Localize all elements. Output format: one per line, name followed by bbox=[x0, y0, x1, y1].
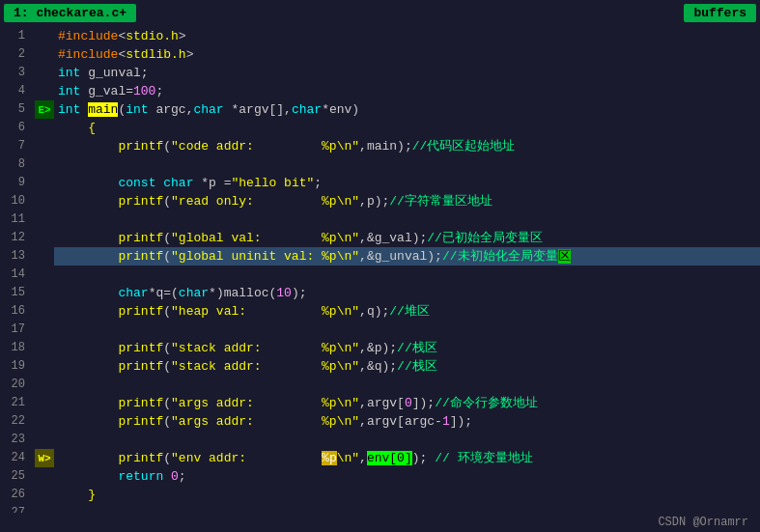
line-numbers: 1 2 3 4 5 6 7 8 9 10 11 12 13 14 15 16 1… bbox=[0, 25, 35, 513]
code-line-19: printf("stack addr: %p\n",&q);//栈区 bbox=[54, 357, 760, 376]
code-line-10: printf("read only: %p\n",p);//字符常量区地址 bbox=[54, 192, 760, 210]
code-line-26: } bbox=[54, 486, 760, 504]
code-line-9: const char *p ="hello bit"; bbox=[54, 174, 760, 192]
code-line-5: int main(int argc,char *argv[],char*env) bbox=[54, 100, 760, 119]
line-num-4: 4 bbox=[0, 82, 29, 100]
gutter-26 bbox=[35, 486, 54, 504]
editor-container: 1: checkarea.c+ buffers 1 2 3 4 5 6 7 8 … bbox=[0, 0, 760, 532]
line-num-6: 6 bbox=[0, 119, 29, 137]
gutter-17 bbox=[35, 321, 54, 339]
gutter-4 bbox=[35, 82, 54, 100]
code-line-18: printf("stack addr: %p\n",&p);//栈区 bbox=[54, 339, 760, 357]
gutter-16 bbox=[35, 302, 54, 321]
code-line-12: printf("global val: %p\n",&g_val);//已初始全… bbox=[54, 229, 760, 247]
gutter-1 bbox=[35, 27, 54, 45]
tab-bar: 1: checkarea.c+ buffers bbox=[0, 0, 760, 25]
line-num-27: 27 bbox=[0, 504, 29, 513]
gutter-19 bbox=[35, 357, 54, 376]
line-num-7: 7 bbox=[0, 137, 29, 155]
line-num-25: 25 bbox=[0, 467, 29, 486]
line-num-10: 10 bbox=[0, 192, 29, 210]
code-lines: #include<stdio.h> #include<stdlib.h> int… bbox=[54, 25, 760, 513]
line-num-19: 19 bbox=[0, 357, 29, 376]
code-line-22: printf("args addr: %p\n",argv[argc-1]); bbox=[54, 412, 760, 431]
gutter-22 bbox=[35, 412, 54, 431]
line-num-11: 11 bbox=[0, 210, 29, 229]
gutter-23 bbox=[35, 431, 54, 449]
line-num-24: 24 bbox=[0, 449, 29, 467]
line-num-17: 17 bbox=[0, 321, 29, 339]
gutter-8 bbox=[35, 155, 54, 174]
line-num-3: 3 bbox=[0, 64, 29, 82]
line-num-18: 18 bbox=[0, 339, 29, 357]
footer: CSDN @Ornamrr bbox=[0, 513, 760, 532]
code-line-8 bbox=[54, 155, 760, 174]
include-kw-2: #include bbox=[58, 47, 118, 62]
gutter-10 bbox=[35, 192, 54, 210]
line-num-1: 1 bbox=[0, 27, 29, 45]
gutter-6 bbox=[35, 119, 54, 137]
gutter-7 bbox=[35, 137, 54, 155]
code-line-14 bbox=[54, 266, 760, 284]
code-line-6: { bbox=[54, 119, 760, 137]
gutter-11 bbox=[35, 210, 54, 229]
line-num-22: 22 bbox=[0, 412, 29, 431]
gutter-21 bbox=[35, 394, 54, 412]
line-num-2: 2 bbox=[0, 45, 29, 64]
code-line-7: printf("code addr: %p\n",main);//代码区起始地址 bbox=[54, 137, 760, 155]
tab-left: 1: checkarea.c+ bbox=[4, 4, 136, 22]
code-line-17 bbox=[54, 321, 760, 339]
gutter-5: E> bbox=[35, 100, 54, 119]
code-line-16: printf("heap val: %p\n",q);//堆区 bbox=[54, 302, 760, 321]
code-line-3: int g_unval; bbox=[54, 64, 760, 82]
gutter: E> W> bbox=[35, 25, 54, 513]
code-line-25: return 0; bbox=[54, 467, 760, 486]
line-num-14: 14 bbox=[0, 266, 29, 284]
code-line-13: printf("global uninit val: %p\n",&g_unva… bbox=[54, 247, 760, 266]
code-line-1: #include<stdio.h> bbox=[54, 27, 760, 45]
code-area: 1 2 3 4 5 6 7 8 9 10 11 12 13 14 15 16 1… bbox=[0, 25, 760, 513]
code-line-20 bbox=[54, 376, 760, 394]
code-line-15: char*q=(char*)malloc(10); bbox=[54, 284, 760, 302]
gutter-3 bbox=[35, 64, 54, 82]
gutter-15 bbox=[35, 284, 54, 302]
line-num-21: 21 bbox=[0, 394, 29, 412]
code-line-23 bbox=[54, 431, 760, 449]
line-num-13: 13 bbox=[0, 247, 29, 266]
line-num-16: 16 bbox=[0, 302, 29, 321]
buffers-button[interactable]: buffers bbox=[684, 4, 756, 22]
gutter-9 bbox=[35, 174, 54, 192]
include-kw-1: #include bbox=[58, 29, 118, 43]
code-line-2: #include<stdlib.h> bbox=[54, 45, 760, 64]
line-num-26: 26 bbox=[0, 486, 29, 504]
gutter-27 bbox=[35, 504, 54, 513]
code-line-21: printf("args addr: %p\n",argv[0]);//命令行参… bbox=[54, 394, 760, 412]
line-num-12: 12 bbox=[0, 229, 29, 247]
attribution: CSDN @Ornamrr bbox=[658, 516, 748, 529]
tab-item[interactable]: 1: checkarea.c+ bbox=[4, 4, 136, 22]
line-num-15: 15 bbox=[0, 284, 29, 302]
code-line-11 bbox=[54, 210, 760, 229]
gutter-12 bbox=[35, 229, 54, 247]
gutter-13 bbox=[35, 247, 54, 266]
gutter-20 bbox=[35, 376, 54, 394]
gutter-24: W> bbox=[35, 449, 54, 467]
line-num-5: 5 bbox=[0, 100, 29, 119]
line-num-23: 23 bbox=[0, 431, 29, 449]
gutter-18 bbox=[35, 339, 54, 357]
gutter-14 bbox=[35, 266, 54, 284]
line-num-20: 20 bbox=[0, 376, 29, 394]
gutter-25 bbox=[35, 467, 54, 486]
gutter-2 bbox=[35, 45, 54, 64]
code-line-24: printf("env addr: %p\n",env[0]); // 环境变量… bbox=[54, 449, 760, 467]
code-line-27 bbox=[54, 504, 760, 513]
code-line-4: int g_val=100; bbox=[54, 82, 760, 100]
line-num-8: 8 bbox=[0, 155, 29, 174]
line-num-9: 9 bbox=[0, 174, 29, 192]
